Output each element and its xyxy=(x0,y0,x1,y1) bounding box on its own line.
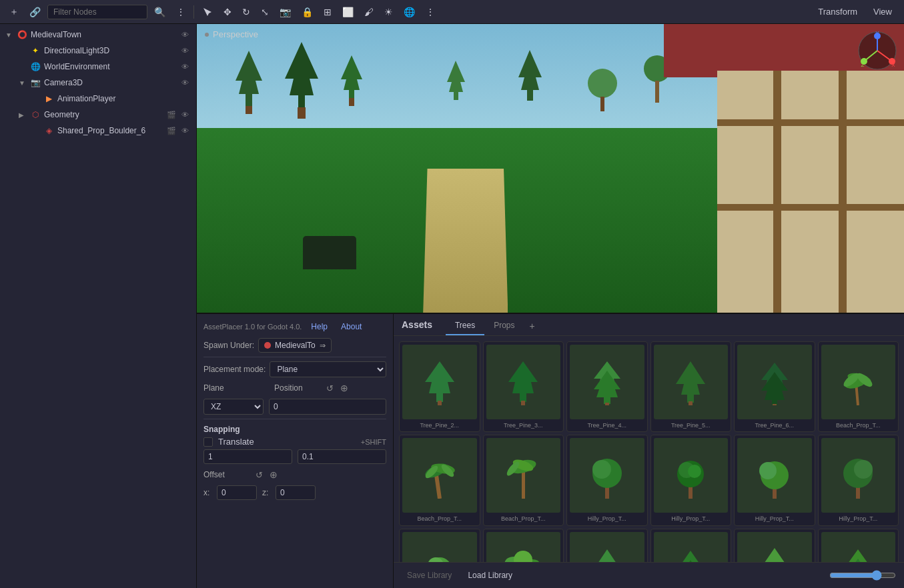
asset-item-tree-rnd-6[interactable]: Tree_Rnd_6... xyxy=(818,529,899,562)
asset-item-hilly-prop-2[interactable]: Hilly_Prop_T... xyxy=(650,435,732,525)
asset-item-tree-pine-6[interactable]: Tree_Pine_6... xyxy=(734,341,815,432)
add-position-button[interactable]: ⊕ xyxy=(339,381,350,395)
svg-text:Z: Z xyxy=(861,62,865,68)
mesh-icon: ◈ xyxy=(43,125,55,137)
translate-checkbox[interactable] xyxy=(203,437,213,447)
asset-name: Tree_Pine_2... xyxy=(420,422,459,429)
viewport[interactable]: Perspective xyxy=(197,24,904,314)
spawn-node-selector[interactable]: MedievalTo ⇒ xyxy=(258,338,332,353)
asset-item-hilly-prop-4[interactable]: Hilly_Prop_T... xyxy=(818,435,899,525)
group-button[interactable]: ⬜ xyxy=(338,4,358,20)
camera-view-button[interactable]: 📷 xyxy=(276,4,295,20)
scale-tool-button[interactable]: ⤡ xyxy=(257,4,273,20)
node-icon: ⭕ xyxy=(16,29,28,41)
tree-item-shared-prop[interactable]: ◈ Shared_Prop_Boulder_6 🎬 👁 xyxy=(0,123,196,139)
divider-1 xyxy=(193,5,194,19)
film-button[interactable]: 🎬 xyxy=(165,110,178,120)
asset-name: Hilly_Prop_T... xyxy=(588,515,626,523)
save-library-button[interactable]: Save Library xyxy=(402,568,457,583)
svg-point-60 xyxy=(854,460,873,479)
paint-button[interactable]: 🖌 xyxy=(360,4,378,20)
plane-axis-select[interactable]: XZ XY YZ xyxy=(203,399,264,415)
plane-label: Plane xyxy=(203,383,250,393)
viewport-dot xyxy=(205,33,209,37)
add-node-button[interactable]: ＋ xyxy=(5,3,23,21)
grid-snap-button[interactable]: ⊞ xyxy=(320,4,336,20)
asset-item-tree-pine-2[interactable]: Tree_Pine_2... xyxy=(399,341,480,432)
tree-item-directional-light[interactable]: ✦ DirectionalLight3D 👁 xyxy=(0,43,196,59)
main-area: ▼ ⭕ MedievalTown 👁 ✦ DirectionalLight3D … xyxy=(0,24,904,588)
asset-bottom-bar: Save Library Load Library xyxy=(394,562,904,588)
offset-z-input[interactable] xyxy=(276,485,316,500)
asset-item-tree-rnd-1[interactable]: Tree_Rnd_1... xyxy=(399,529,480,562)
asset-item-beach-prop-1[interactable]: Beach_Prop_T... xyxy=(818,341,899,432)
tree-item-geometry[interactable]: ▶ ⬡ Geometry 🎬 👁 xyxy=(0,107,196,123)
add-offset-button[interactable]: ⊕ xyxy=(268,468,279,481)
sun-button[interactable]: ☀ xyxy=(380,4,397,20)
asset-item-tree-rnd-2[interactable]: Tree_Rnd_2... xyxy=(483,529,564,562)
svg-marker-6 xyxy=(447,61,465,100)
load-library-button[interactable]: Load Library xyxy=(462,568,518,583)
help-button[interactable]: Help xyxy=(307,321,332,333)
reset-offset-button[interactable]: ↺ xyxy=(254,469,264,481)
eye-button[interactable]: 👁 xyxy=(179,126,191,136)
link-button[interactable]: 🔗 xyxy=(25,4,45,20)
asset-item-beach-prop-3[interactable]: Beach_Prop_T... xyxy=(483,435,564,525)
svg-marker-0 xyxy=(236,51,262,107)
tab-trees[interactable]: Trees xyxy=(446,317,484,335)
position-input[interactable] xyxy=(269,399,386,415)
translate-val1-input[interactable] xyxy=(203,449,292,464)
translate-val2-input[interactable] xyxy=(298,449,386,464)
tree-label: Geometry xyxy=(44,110,162,119)
spawn-node-name: MedievalTo xyxy=(275,341,316,350)
asset-item-tree-pine-5[interactable]: Tree_Pine_5... xyxy=(650,341,732,432)
zoom-slider[interactable] xyxy=(829,570,896,581)
rotate-tool-button[interactable]: ↻ xyxy=(238,4,254,20)
placement-mode-select[interactable]: Plane Surface Random xyxy=(270,361,386,377)
asset-item-beach-prop-2[interactable]: Beach_Prop_T... xyxy=(399,435,480,525)
move-tool-button[interactable]: ✥ xyxy=(219,4,236,20)
spawn-icon[interactable]: ⇒ xyxy=(320,341,326,350)
globe-button[interactable]: 🌐 xyxy=(400,4,419,20)
asset-item-tree-rnd-4[interactable]: Tree_Rnd_4... xyxy=(650,529,732,562)
asset-item-hilly-prop-3[interactable]: Hilly_Prop_T... xyxy=(734,435,815,525)
eye-button[interactable]: 👁 xyxy=(179,62,191,71)
tree-left-3 xyxy=(338,53,365,108)
select-tool-button[interactable] xyxy=(198,4,217,20)
svg-rect-1 xyxy=(246,106,252,114)
tree-item-world-env[interactable]: 🌐 WorldEnvironment 👁 xyxy=(0,59,196,75)
asset-library-panel: Assets Trees Props + xyxy=(394,314,904,588)
svg-marker-24 xyxy=(508,361,538,402)
add-tab-button[interactable]: + xyxy=(524,317,540,335)
tree-item-medieval-town[interactable]: ▼ ⭕ MedievalTown 👁 xyxy=(0,27,196,43)
eye-button[interactable]: 👁 xyxy=(179,30,191,39)
asset-thumb xyxy=(402,532,477,562)
tab-props[interactable]: Props xyxy=(484,317,524,335)
asset-item-tree-rnd-3[interactable]: Tree_Rnd_3... xyxy=(566,529,648,562)
svg-text:Y: Y xyxy=(875,31,879,36)
offset-x-input[interactable] xyxy=(217,485,257,500)
more2-button[interactable]: ⋮ xyxy=(422,4,439,20)
asset-item-tree-pine-3[interactable]: Tree_Pine_3... xyxy=(483,341,564,432)
tree-label: Shared_Prop_Boulder_6 xyxy=(57,126,162,135)
reset-position-button[interactable]: ↺ xyxy=(325,382,335,395)
tree-item-anim-player[interactable]: ▶ AnimationPlayer xyxy=(0,91,196,107)
lock-button[interactable]: 🔒 xyxy=(298,4,317,20)
eye-button[interactable]: 👁 xyxy=(179,46,191,55)
asset-item-hilly-prop-1[interactable]: Hilly_Prop_T... xyxy=(566,435,648,525)
eye-button[interactable]: 👁 xyxy=(179,78,191,87)
transform-button[interactable]: Transform xyxy=(811,4,864,19)
asset-name: Beach_Prop_T... xyxy=(417,515,462,523)
eye-button[interactable]: 👁 xyxy=(179,110,191,120)
asset-item-tree-rnd-5[interactable]: Tree_Rnd_5... xyxy=(734,529,815,562)
film-button[interactable]: 🎬 xyxy=(165,126,178,136)
view-button[interactable]: View xyxy=(867,4,899,19)
asset-item-tree-pine-4[interactable]: Tree_Pine_4... xyxy=(566,341,648,432)
svg-rect-23 xyxy=(438,401,442,405)
search-button[interactable]: 🔍 xyxy=(150,4,169,20)
more-options-button[interactable]: ⋮ xyxy=(172,4,189,20)
path xyxy=(423,169,508,313)
about-button[interactable]: About xyxy=(337,321,366,333)
tree-item-camera3d[interactable]: ▼ 📷 Camera3D 👁 xyxy=(0,75,196,91)
filter-nodes-input[interactable] xyxy=(47,5,147,19)
